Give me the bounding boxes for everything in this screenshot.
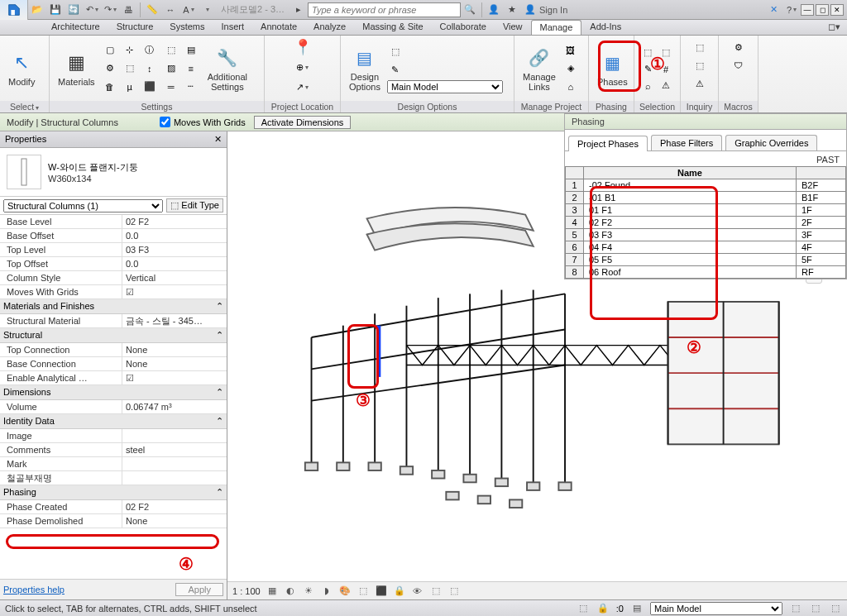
property-row[interactable]: Image — [0, 429, 227, 443]
ribbon-collapse-icon[interactable]: ◻▾ — [825, 18, 842, 35]
phase-name[interactable]: 06 Roof — [584, 266, 797, 279]
phases-button[interactable]: ▦Phases — [594, 49, 631, 88]
phase-desc[interactable]: 3F — [797, 229, 846, 241]
worksets-icon[interactable]: ⬚ — [577, 602, 590, 615]
reveal-hidden-icon[interactable]: ⬚ — [429, 585, 443, 598]
property-value[interactable]: None — [122, 345, 227, 355]
help-icon[interactable]: ? — [783, 2, 800, 18]
save-icon[interactable]: 💾 — [47, 2, 64, 18]
search-icon[interactable]: 🔍 — [462, 2, 478, 18]
print-icon[interactable]: 🖶 — [120, 2, 136, 18]
select-by-id-icon[interactable]: ⌕ — [639, 78, 656, 94]
property-value[interactable]: Vertical — [122, 273, 227, 283]
rendering-icon[interactable]: 🎨 — [338, 585, 352, 598]
panel-select[interactable]: Select — [0, 101, 49, 112]
tab-phase-filters[interactable]: Phase Filters — [651, 135, 722, 150]
phase-desc[interactable]: 4F — [797, 241, 846, 254]
lock-3d-icon[interactable]: 🔒 — [393, 585, 406, 598]
favorites-icon[interactable]: ★ — [504, 2, 520, 18]
restore-button[interactable]: ◻ — [816, 4, 829, 16]
filter-icon[interactable]: ⬚ — [789, 602, 802, 615]
property-row[interactable]: 철골부재명 — [0, 471, 227, 485]
property-row[interactable]: Top Level03 F3 — [0, 243, 227, 257]
sign-in-label[interactable]: Sign In — [539, 5, 567, 15]
pick-to-edit-icon[interactable]: ✎ — [387, 62, 404, 79]
property-row[interactable]: Enable Analytical …☑ — [0, 371, 227, 385]
transfer-standards-icon[interactable]: ↕ — [141, 60, 158, 77]
category-filter-select[interactable]: Structural Columns (1) — [3, 199, 163, 212]
measure-icon[interactable]: 📏 — [144, 2, 160, 18]
property-row[interactable]: Base ConnectionNone — [0, 357, 227, 371]
phase-desc[interactable]: 2F — [797, 217, 846, 229]
subscription-icon[interactable]: 👤 — [486, 2, 502, 18]
tab-analyze[interactable]: Analyze — [305, 20, 354, 35]
inquiry-warn-icon[interactable]: ⬚ — [691, 57, 708, 74]
view-scale[interactable]: 1 : 100 — [232, 586, 261, 596]
table-row[interactable]: 503 F33F — [566, 229, 846, 241]
type-selector[interactable]: W-와이드 플랜지-기둥 W360x134 — [0, 148, 227, 196]
warnings-sel-icon[interactable]: ⚠ — [658, 78, 674, 94]
tab-addins[interactable]: Add-Ins — [581, 20, 629, 35]
property-value[interactable]: None — [122, 516, 227, 526]
property-row[interactable]: Mark — [0, 457, 227, 471]
worksharing-icon[interactable]: ⬚ — [447, 585, 461, 598]
property-row[interactable]: Phase DemolishedNone — [0, 514, 227, 528]
starting-view-icon[interactable]: ⌂ — [562, 79, 579, 95]
property-value[interactable]: ☑ — [122, 287, 227, 298]
design-option-select[interactable]: Main Model — [387, 80, 503, 93]
additional-settings-button[interactable]: 🔧Additional Settings — [204, 44, 251, 93]
purge-icon[interactable]: 🗑 — [102, 79, 118, 95]
table-row[interactable]: 301 F11F — [566, 204, 846, 217]
property-row[interactable]: Column StyleVertical — [0, 271, 227, 285]
property-row[interactable]: Top ConnectionNone — [0, 343, 227, 357]
tab-structure[interactable]: Structure — [108, 20, 162, 35]
model-viewport[interactable]: Phasing Project Phases Phase Filters Gra… — [227, 131, 847, 599]
tab-annotate[interactable]: Annotate — [252, 20, 305, 35]
visual-style-icon[interactable]: ◐ — [284, 585, 297, 598]
decal-types-icon[interactable]: ◈ — [562, 60, 579, 77]
property-row[interactable]: Volume0.06747 m³ — [0, 400, 227, 414]
property-value[interactable]: None — [122, 359, 227, 369]
structural-icon[interactable]: ⬛ — [141, 79, 158, 95]
property-row[interactable]: Structural Material금속 - 스틸 - 345… — [0, 314, 227, 328]
table-row[interactable]: 806 RoofRF — [566, 266, 846, 279]
undo-icon[interactable]: ↶ — [84, 2, 100, 18]
apply-button[interactable]: Apply — [175, 583, 223, 596]
recent-docs-icon[interactable]: ▸ — [290, 2, 307, 18]
mep-icon[interactable]: ⬚ — [163, 42, 179, 59]
project-info-icon[interactable]: ⓘ — [141, 42, 158, 59]
macro-security-icon[interactable]: 🛡 — [730, 57, 747, 74]
materials-button[interactable]: ▦Materials — [55, 49, 98, 88]
table-row[interactable]: 1-02 FoundB2F — [566, 179, 846, 192]
tab-graphic-overrides[interactable]: Graphic Overrides — [725, 135, 817, 150]
object-styles-icon[interactable]: ▢ — [102, 42, 118, 59]
property-value[interactable]: 금속 - 스틸 - 345… — [122, 315, 227, 327]
property-value[interactable]: 02 F2 — [122, 502, 227, 512]
qat-dropdown-icon[interactable] — [199, 2, 215, 18]
crop-region-icon[interactable]: ⬛ — [375, 585, 388, 598]
exchange-icon[interactable]: ✕ — [765, 2, 782, 18]
temp-hide-icon[interactable]: 👁 — [411, 585, 424, 598]
position-icon[interactable]: ↗ — [294, 79, 311, 95]
property-group[interactable]: Phasing⌃ — [0, 485, 227, 500]
open-icon[interactable]: 📂 — [29, 2, 45, 18]
sync-icon[interactable]: 🔄 — [65, 2, 82, 18]
close-button[interactable]: ✕ — [830, 4, 844, 16]
property-value[interactable]: ☑ — [122, 373, 227, 384]
table-row[interactable]: 2-01 B1B1F — [566, 192, 846, 204]
units-icon[interactable]: µ — [122, 79, 138, 95]
select-links-icon[interactable]: ⬚ — [809, 602, 822, 615]
tab-project-phases[interactable]: Project Phases — [568, 136, 648, 151]
editable-only-icon[interactable]: 🔒 — [596, 602, 610, 615]
app-menu-button[interactable] — [0, 0, 28, 20]
fill-patterns-icon[interactable]: ▨ — [163, 60, 179, 77]
add-to-set-icon[interactable]: ⬚ — [387, 44, 404, 60]
project-params-icon[interactable]: ⚙ — [102, 60, 118, 77]
activate-dimensions-button[interactable]: Activate Dimensions — [254, 116, 352, 129]
design-options-status-icon[interactable]: ▤ — [630, 602, 644, 615]
crop-view-icon[interactable]: ⬚ — [357, 585, 370, 598]
phase-desc[interactable]: 1F — [797, 204, 846, 217]
line-styles-icon[interactable]: ≡ — [183, 60, 199, 77]
phase-desc[interactable]: B1F — [797, 192, 846, 204]
dimension-icon[interactable]: ↔ — [162, 2, 179, 18]
